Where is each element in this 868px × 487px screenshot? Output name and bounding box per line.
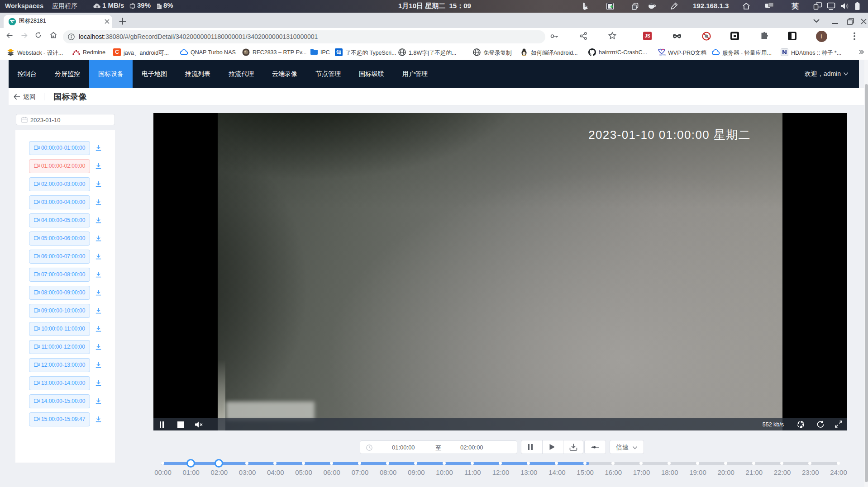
svg-text:WVP-PRO: WVP-PRO <box>659 54 666 56</box>
